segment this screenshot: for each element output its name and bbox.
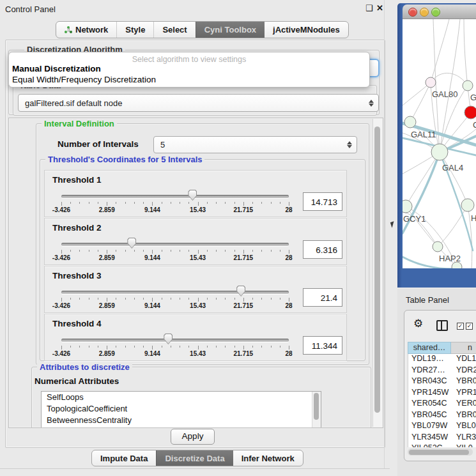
network-node-ga[interactable] bbox=[463, 81, 473, 91]
slider-tick bbox=[198, 250, 199, 254]
slider-tick bbox=[180, 250, 180, 252]
network-node-gal4[interactable] bbox=[431, 144, 448, 160]
slider-tick bbox=[188, 250, 189, 252]
network-node-c[interactable] bbox=[464, 106, 476, 119]
slider-tick bbox=[243, 298, 244, 302]
table-row[interactable]: YPR145WYPR1 bbox=[408, 388, 476, 399]
apply-button[interactable]: Apply bbox=[171, 429, 215, 445]
table-row[interactable]: YDL19…YDL1 bbox=[408, 354, 476, 365]
close-panel-icon[interactable]: ✕ bbox=[376, 3, 383, 13]
tab-jactivemnodules[interactable]: jActiveMNodules bbox=[265, 22, 348, 38]
network-node-label: C bbox=[473, 120, 476, 130]
threshold-value-field[interactable]: 6.316 bbox=[303, 240, 342, 259]
slider-tick-label: 2.859 bbox=[91, 254, 122, 261]
slider-thumb[interactable] bbox=[127, 238, 136, 249]
numerical-attributes-list[interactable]: SelfLoopsTopologicalCoefficientBetweenne… bbox=[41, 391, 321, 428]
slider-tick bbox=[125, 250, 126, 252]
table-row[interactable]: YER054CYER0 bbox=[408, 399, 476, 410]
slider-track[interactable] bbox=[61, 243, 289, 246]
float-window-icon[interactable]: ❑ bbox=[365, 3, 373, 13]
slider-tick bbox=[134, 202, 135, 204]
slider-tick bbox=[61, 250, 62, 254]
table-row[interactable]: YLR345WYLR3 bbox=[408, 433, 476, 444]
slider-tick-label: 15.43 bbox=[183, 254, 213, 261]
combo-spinner-icon bbox=[367, 95, 375, 111]
slider-thumb[interactable] bbox=[164, 334, 173, 344]
table-row[interactable]: YBL079WYBL0 bbox=[408, 421, 476, 433]
network-node-gcy1[interactable] bbox=[403, 200, 412, 213]
attribute-list-item[interactable]: SelfLoops bbox=[42, 392, 321, 403]
slider-tick bbox=[280, 346, 280, 348]
combo-spinner-icon bbox=[346, 137, 353, 153]
slider-tick-label: -3.426 bbox=[46, 350, 77, 357]
slider-tick-label: 2.859 bbox=[91, 206, 122, 213]
table-row[interactable]: YDR27…YDR2 bbox=[408, 365, 476, 377]
table-row[interactable]: YBR045CYBR0 bbox=[408, 410, 476, 422]
threshold-value-field[interactable]: 21.4 bbox=[303, 288, 342, 307]
gear-icon[interactable]: ⚙ bbox=[413, 317, 423, 330]
checkbox-icon[interactable]: ✓ bbox=[466, 323, 473, 330]
tab-select[interactable]: Select bbox=[153, 22, 195, 38]
column-header-shared-name[interactable]: shared… bbox=[408, 342, 451, 354]
menu-item-manual-discretization[interactable]: Manual Discretization bbox=[12, 64, 366, 73]
slider-tick bbox=[152, 250, 153, 254]
tab-discretize-data[interactable]: Discretize Data bbox=[156, 450, 233, 466]
tab-infer-network[interactable]: Infer Network bbox=[233, 450, 303, 466]
threshold-value-field[interactable]: 11.344 bbox=[303, 336, 342, 355]
attribute-list-item[interactable]: TopologicalCoefficient bbox=[42, 403, 321, 415]
tab-cyni-toolbox[interactable]: Cyni Toolbox bbox=[196, 22, 265, 38]
slider-tick bbox=[261, 202, 262, 204]
table-row[interactable]: YBR043CYBR0 bbox=[408, 376, 476, 388]
control-panel-title: Control Panel bbox=[5, 4, 56, 14]
table-row[interactable]: YIL052CYIL0 bbox=[408, 443, 476, 447]
slider-tick bbox=[89, 346, 89, 348]
columns-icon[interactable] bbox=[436, 320, 448, 331]
zoom-window-icon[interactable] bbox=[431, 8, 440, 17]
network-canvas[interactable]: GAL80GACGAL11GAL4GCY1HHAP2 bbox=[403, 19, 476, 268]
slider-tick-label: 2.859 bbox=[91, 350, 122, 357]
network-node-hap2[interactable] bbox=[433, 242, 443, 252]
number-of-intervals-label: Number of Intervals bbox=[58, 139, 139, 149]
table-hscrollbar[interactable] bbox=[408, 449, 473, 456]
network-window-titlebar[interactable] bbox=[403, 4, 476, 19]
tab-style[interactable]: Style bbox=[116, 22, 153, 38]
table-data-combobox[interactable]: galFiltered.sif default node bbox=[18, 94, 379, 112]
slider-tick bbox=[98, 202, 98, 204]
slider-tick bbox=[188, 346, 189, 348]
slider-tick bbox=[98, 250, 98, 252]
slider-track[interactable] bbox=[61, 291, 289, 294]
column-header-name[interactable]: n bbox=[451, 342, 476, 354]
network-node-gal80[interactable] bbox=[426, 77, 436, 88]
attributes-list-scrollbar[interactable] bbox=[312, 392, 321, 428]
slider-tick bbox=[134, 346, 135, 348]
tab-impute-data[interactable]: Impute Data bbox=[92, 450, 156, 466]
network-edge bbox=[438, 205, 468, 247]
threshold-label: Threshold 2 bbox=[52, 223, 102, 233]
settings-scrollbar[interactable] bbox=[372, 119, 382, 427]
slider-thumb[interactable] bbox=[236, 286, 245, 296]
network-node-label: GCY1 bbox=[403, 214, 426, 224]
slider-thumb[interactable] bbox=[188, 190, 197, 201]
slider-tick-label: 28 bbox=[273, 206, 304, 213]
slider-tick-label: -3.426 bbox=[46, 206, 77, 213]
slider-tick bbox=[61, 298, 62, 302]
threshold-panel-2: Threshold 2-3.4262.8599.14415.4321.71528… bbox=[44, 218, 347, 265]
network-edge bbox=[440, 19, 460, 152]
slider-track[interactable] bbox=[61, 195, 289, 198]
threshold-panel-3: Threshold 3-3.4262.8599.14415.4321.71528… bbox=[44, 266, 347, 313]
cyni-bottom-tabbar: Impute DataDiscretize DataInfer Network bbox=[91, 450, 303, 466]
number-of-intervals-combobox[interactable]: 5 bbox=[153, 136, 357, 153]
checkbox-icon[interactable]: ✓ bbox=[457, 323, 464, 330]
tab-network[interactable]: Network bbox=[56, 22, 116, 38]
threshold-value-field[interactable]: 14.713 bbox=[303, 192, 342, 211]
minimize-window-icon[interactable] bbox=[420, 8, 429, 17]
network-node-gal11[interactable] bbox=[404, 116, 416, 128]
attribute-list-item[interactable]: BetweennessCentrality bbox=[42, 415, 321, 426]
table-panel: Table Panel ⚙ ✓ ✓ shared… n YDL19…YDL1YD… bbox=[397, 289, 476, 476]
menu-item-equal-width-frequency[interactable]: Equal Width/Frequency Discretization bbox=[12, 75, 366, 84]
close-window-icon[interactable] bbox=[408, 8, 417, 17]
slider-track[interactable] bbox=[61, 339, 289, 342]
slider-tick bbox=[70, 346, 71, 348]
slider-tick bbox=[125, 202, 126, 204]
network-node-h[interactable] bbox=[461, 199, 474, 211]
